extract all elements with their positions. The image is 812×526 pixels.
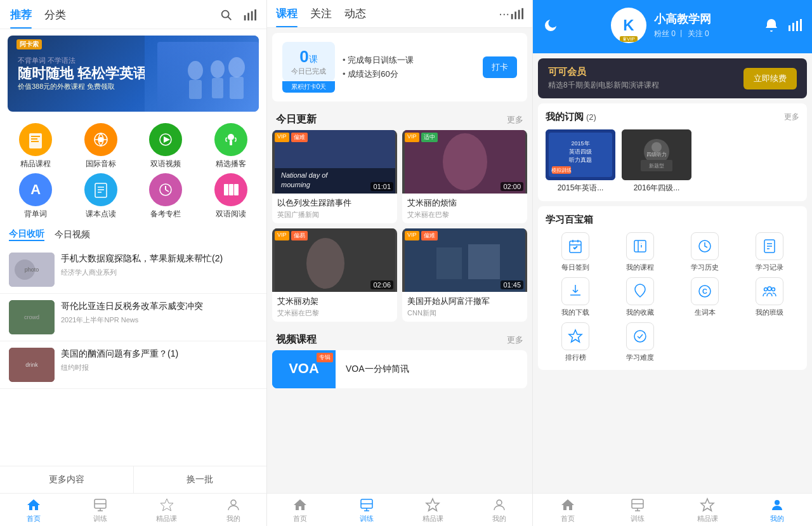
listen-item[interactable]: crowd 哥伦比亚连日反税务改革示威变冲突 2021年上半年NPR News: [0, 294, 266, 341]
vip-tag: VIP: [275, 231, 289, 240]
tool-downloads[interactable]: 我的下载: [546, 277, 605, 317]
banner[interactable]: 阿卡索 不背单词 不学语法 随时随地 轻松学英语 价值388元的外教课程 免费领…: [8, 36, 259, 112]
left-bottom-nav: 首页 训练 精品课 我的: [0, 493, 266, 526]
right-nav-home-label: 首页: [561, 514, 575, 523]
banner-line2: 随时随地 轻松学英语: [18, 65, 147, 82]
category-keben[interactable]: 课本点读: [70, 173, 132, 220]
chart-icon[interactable]: [787, 18, 802, 33]
video-tags: VIP 偏难: [275, 133, 308, 142]
video-card[interactable]: National day ofmourning VIP 偏难 01:01 以色列…: [272, 130, 397, 223]
subscriptions-grid: 2015年英语四级听力真题模拟训练 2015年英语... 四级听力新题型 201…: [546, 129, 799, 194]
sub-item[interactable]: 2015年英语四级听力真题模拟训练 2015年英语...: [546, 129, 615, 194]
mid-content: 0课 今日已完成 累积打卡0天 完成每日训练一课 成绩达到60分 打卡 今日更新…: [267, 28, 532, 493]
user-stats: 粉丝 0 丨 关注 0: [654, 29, 711, 39]
nav-train[interactable]: 训练: [67, 497, 133, 523]
bell-icon[interactable]: [764, 18, 779, 33]
bar-chart-icon[interactable]: [509, 7, 523, 21]
tool-my-courses[interactable]: 我的课程: [610, 232, 670, 272]
subscriptions-header: 我的订阅 (2) 更多: [546, 111, 799, 123]
tab-category[interactable]: 分类: [44, 8, 66, 29]
nav-mine[interactable]: 我的: [200, 497, 266, 523]
video-card[interactable]: VIP 偏难 01:45 美国开始从阿富汗撤军 CNN新闻: [402, 228, 527, 322]
tab-dynamic[interactable]: 动态: [344, 6, 366, 27]
mid-nav-mine[interactable]: 我的: [466, 497, 533, 523]
voa-tag: 专辑: [317, 353, 333, 362]
tool-favorites[interactable]: 我的收藏: [610, 277, 670, 317]
category-beikao[interactable]: 备考专栏: [135, 173, 197, 220]
tool-daily-checkin[interactable]: 每日签到: [546, 232, 605, 272]
right-nav-train[interactable]: 训练: [603, 497, 672, 523]
video-card[interactable]: VIP 适中 02:00 艾米丽的烦恼 艾米丽在巴黎: [402, 130, 527, 223]
avatar-letter: K: [623, 16, 634, 34]
svg-point-21: [228, 134, 234, 140]
moon-icon[interactable]: [543, 18, 558, 33]
nav-mine-label: 我的: [226, 514, 240, 523]
tab-follow[interactable]: 关注: [310, 6, 332, 27]
listen-item[interactable]: drink 美国的酗酒问题有多严重？(1) 纽约时报: [0, 341, 266, 389]
listen-item[interactable]: photo 手机大数据窥探隐私，苹果新规来帮忙(2) 经济学人商业系列: [0, 246, 266, 294]
svg-rect-14: [31, 138, 37, 140]
mid-nav-train[interactable]: 训练: [334, 497, 400, 523]
mid-nav-home[interactable]: 首页: [267, 497, 334, 523]
banner-figures: [145, 36, 259, 112]
search-icon[interactable]: [219, 8, 233, 22]
more-dots[interactable]: ···: [499, 6, 509, 27]
category-beici[interactable]: A 背单词: [5, 173, 67, 220]
category-yuedu[interactable]: 双语阅读: [200, 173, 262, 220]
svg-rect-15: [31, 141, 39, 142]
tool-records-label: 学习记录: [756, 263, 783, 272]
tool-daily-checkin-label: 每日签到: [561, 263, 589, 272]
right-nav-home[interactable]: 首页: [533, 497, 603, 523]
tab-courses[interactable]: 课程: [276, 6, 298, 27]
jingxuan-label: 精选播客: [216, 159, 246, 169]
video-info: 美国开始从阿富汗撤军 CNN新闻: [402, 292, 527, 322]
voa-card[interactable]: VOA 专辑 VOA一分钟简讯: [272, 350, 527, 388]
tool-ranking[interactable]: 排行榜: [546, 322, 605, 362]
svg-text:模拟训练: 模拟训练: [551, 168, 572, 173]
tab-today-listen[interactable]: 今日收听: [9, 228, 44, 241]
sub-item[interactable]: 四级听力新题型 2016年四级...: [622, 129, 691, 194]
right-nav-course[interactable]: 精品课: [672, 497, 742, 523]
mid-nav: 课程 关注 动态 ···: [267, 0, 532, 28]
video-title: 美国开始从阿富汗撤军: [407, 296, 522, 307]
subscriptions-title-area: 我的订阅 (2): [546, 111, 596, 123]
tool-vocabulary[interactable]: C 生词本: [675, 277, 735, 317]
category-shuangyu[interactable]: 双语视频: [135, 123, 197, 169]
change-batch-button[interactable]: 换一批: [133, 466, 267, 493]
category-guoji[interactable]: 国际音标: [70, 123, 132, 169]
username: 小高教学网: [654, 11, 711, 27]
svg-rect-72: [800, 19, 802, 31]
tool-difficulty[interactable]: 学习难度: [610, 322, 670, 362]
video-courses-title: 视频课程: [276, 333, 317, 346]
subscriptions-more[interactable]: 更多: [784, 112, 799, 122]
video-card[interactable]: VIP 偏易 02:06 艾米丽劝架 艾米丽在巴黎: [272, 228, 397, 322]
tool-favorites-label: 我的收藏: [626, 308, 654, 317]
yuedu-icon: [214, 173, 247, 206]
bottom-more-buttons: 更多内容 换一批: [0, 466, 266, 493]
category-jingpin[interactable]: 精品课程: [5, 123, 67, 169]
checkin-button[interactable]: 打卡: [483, 56, 517, 78]
today-update-more[interactable]: 更多: [507, 114, 523, 126]
more-content-button[interactable]: 更多内容: [0, 466, 133, 493]
svg-point-57: [306, 238, 344, 289]
tool-class[interactable]: 我的班级: [740, 277, 799, 317]
tab-recommend[interactable]: 推荐: [10, 8, 32, 29]
right-header-right-icons: [764, 18, 802, 33]
nav-home[interactable]: 首页: [0, 497, 67, 523]
user-icon: [226, 497, 241, 513]
svg-rect-2: [244, 15, 246, 20]
nav-course[interactable]: 精品课: [133, 497, 200, 523]
chart-icon[interactable]: [242, 8, 256, 22]
checkin-bullet1: 完成每日训练一课: [343, 53, 475, 67]
tab-today-video[interactable]: 今日视频: [55, 229, 90, 240]
mid-nav-course[interactable]: 精品课: [400, 497, 466, 523]
video-courses-more[interactable]: 更多: [507, 334, 523, 346]
right-nav-mine[interactable]: 我的: [742, 497, 812, 523]
tool-records[interactable]: 学习记录: [740, 232, 799, 272]
banner-line3: 价值388元的外教课程 免费领取: [18, 82, 147, 91]
vip-subscribe-button[interactable]: 立即续费: [743, 68, 797, 89]
video-sub: CNN新闻: [407, 308, 522, 318]
category-jingxuan[interactable]: 精选播客: [200, 123, 262, 169]
downloads-icon: [561, 277, 589, 305]
tool-history[interactable]: 学习历史: [675, 232, 735, 272]
